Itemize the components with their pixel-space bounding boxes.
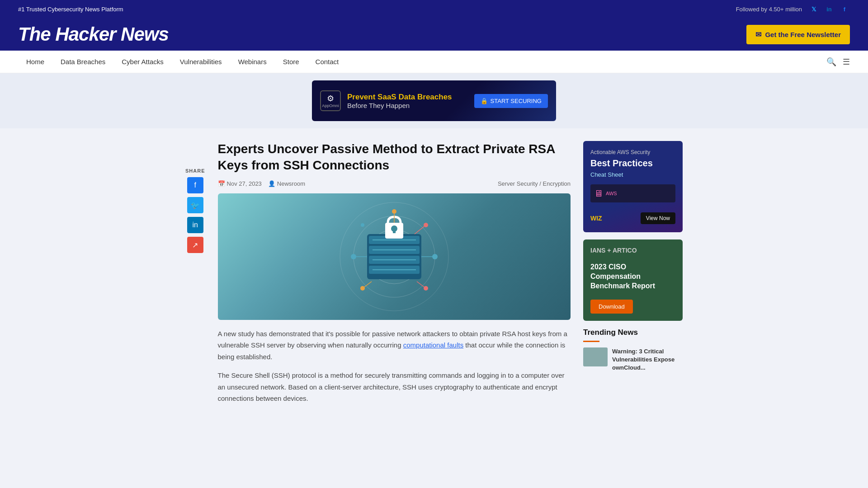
ians-company: IANS + ARTICO xyxy=(590,247,675,254)
share-label: SHARE xyxy=(185,168,205,174)
trending-thumbnail xyxy=(583,347,608,366)
aws-ad-footer: WIZ View Now xyxy=(590,212,675,224)
aws-logo-area: 🖥 AWS xyxy=(590,184,675,202)
menu-icon[interactable]: ☰ xyxy=(843,57,850,67)
appomni-logo: ⚙ AppOmni xyxy=(320,90,341,111)
nav-store[interactable]: Store xyxy=(275,51,307,73)
sidebar-right: Actionable AWS Security Best Practices C… xyxy=(583,141,683,378)
nav-vulnerabilities[interactable]: Vulnerabilities xyxy=(172,51,230,73)
share-twitter-button[interactable]: 🐦 xyxy=(187,197,203,213)
article-author: 👤 Newsroom xyxy=(268,180,305,187)
lock-icon: 🔒 xyxy=(481,98,488,104)
article-meta-left: 📅 Nov 27, 2023 👤 Newsroom xyxy=(218,180,305,187)
aws-ad-card[interactable]: Actionable AWS Security Best Practices C… xyxy=(583,141,683,232)
aws-ad-title: Best Practices xyxy=(590,158,675,169)
social-icons: 𝕏 in f xyxy=(808,4,850,14)
article-paragraph-1: A new study has demonstrated that it's p… xyxy=(218,328,571,363)
ad-subline: Before They Happen xyxy=(347,102,468,109)
svg-line-25 xyxy=(415,225,426,234)
nav-home[interactable]: Home xyxy=(18,51,52,73)
ians-ad: IANS + ARTICO 2023 CISO Compensation Ben… xyxy=(583,239,683,321)
share-sidebar: SHARE f 🐦 in ↗ xyxy=(185,141,205,253)
trending-title: Trending News xyxy=(583,328,683,337)
newsletter-button[interactable]: ✉ Get the Free Newsletter xyxy=(746,25,850,44)
ad-cta-button[interactable]: 🔒 START SECURING xyxy=(474,94,548,108)
article-category: Server Security / Encryption xyxy=(498,180,571,187)
top-bar: #1 Trusted Cybersecurity News Platform F… xyxy=(0,0,868,18)
nav-contact[interactable]: Contact xyxy=(307,51,347,73)
article: Experts Uncover Passive Method to Extrac… xyxy=(218,141,571,412)
aws-ad-cheat: Cheat Sheet xyxy=(590,171,675,178)
article-title: Experts Uncover Passive Method to Extrac… xyxy=(218,141,571,174)
share-linkedin-button[interactable]: in xyxy=(187,217,203,233)
aws-ad: Actionable AWS Security Best Practices C… xyxy=(583,141,683,232)
nav-webinars[interactable]: Webinars xyxy=(230,51,275,73)
svg-rect-14 xyxy=(393,229,396,233)
followers-text: Followed by 4.50+ million xyxy=(736,6,802,13)
envelope-icon: ✉ xyxy=(755,30,761,39)
navigation: Home Data Breaches Cyber Attacks Vulnera… xyxy=(0,51,868,73)
article-date: 📅 Nov 27, 2023 xyxy=(218,180,262,187)
trending-text: Warning: 3 Critical Vulnerabilities Expo… xyxy=(612,347,683,372)
ad-banner[interactable]: ⚙ AppOmni Prevent SaaS Data Breaches Bef… xyxy=(312,80,556,121)
trending-section: Trending News Warning: 3 Critical Vulner… xyxy=(583,328,683,372)
aws-view-button[interactable]: View Now xyxy=(641,212,675,224)
article-paragraph-2: The Secure Shell (SSH) protocol is a met… xyxy=(218,370,571,404)
logo[interactable]: The Hacker News xyxy=(18,23,169,45)
aws-ad-sub: Actionable AWS Security xyxy=(590,149,675,155)
article-illustration xyxy=(335,198,453,315)
nav-cyber-attacks[interactable]: Cyber Attacks xyxy=(113,51,172,73)
calendar-icon: 📅 xyxy=(218,180,225,187)
ians-download-button[interactable]: Download xyxy=(590,300,633,314)
appomni-text: AppOmni xyxy=(322,103,339,108)
top-bar-right: Followed by 4.50+ million 𝕏 in f xyxy=(736,4,850,14)
linkedin-icon[interactable]: in xyxy=(824,4,835,14)
article-meta: 📅 Nov 27, 2023 👤 Newsroom Server Securit… xyxy=(218,180,571,187)
search-icon[interactable]: 🔍 xyxy=(826,57,836,67)
article-image xyxy=(218,193,571,320)
tagline: #1 Trusted Cybersecurity News Platform xyxy=(18,6,123,13)
gear-icon: ⚙ xyxy=(327,94,334,103)
ians-title: 2023 CISO Compensation Benchmark Report xyxy=(590,263,675,291)
ad-text: Prevent SaaS Data Breaches Before They H… xyxy=(347,93,468,109)
header: The Hacker News ✉ Get the Free Newslette… xyxy=(0,18,868,51)
trending-divider xyxy=(583,341,599,342)
main-content: SHARE f 🐦 in ↗ Experts Uncover Passive M… xyxy=(176,128,692,424)
wiz-logo: WIZ xyxy=(590,215,602,222)
ians-ad-card[interactable]: IANS + ARTICO 2023 CISO Compensation Ben… xyxy=(583,239,683,321)
twitter-icon[interactable]: 𝕏 xyxy=(808,4,819,14)
svg-point-21 xyxy=(361,223,364,227)
ad-headline: Prevent SaaS Data Breaches xyxy=(347,93,468,102)
facebook-icon[interactable]: f xyxy=(839,4,850,14)
ad-banner-wrap: ⚙ AppOmni Prevent SaaS Data Breaches Bef… xyxy=(0,73,868,128)
ad-highlight: Prevent xyxy=(347,93,375,101)
nav-data-breaches[interactable]: Data Breaches xyxy=(52,51,113,73)
share-other-button[interactable]: ↗ xyxy=(187,237,203,253)
trending-item[interactable]: Warning: 3 Critical Vulnerabilities Expo… xyxy=(583,347,683,372)
share-facebook-button[interactable]: f xyxy=(187,177,203,193)
author-icon: 👤 xyxy=(268,180,275,187)
article-body: A new study has demonstrated that it's p… xyxy=(218,328,571,404)
computational-faults-link[interactable]: computational faults xyxy=(403,341,463,349)
